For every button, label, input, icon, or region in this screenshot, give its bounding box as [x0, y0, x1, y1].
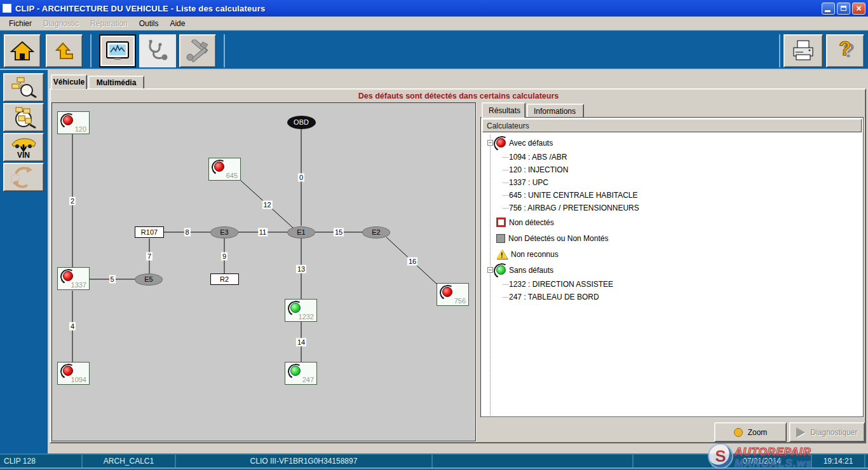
- vin-car-icon: [10, 137, 37, 152]
- status-bar: CLIP 128ARCH_CALC1CLIO III-VF1BR1G0H3415…: [0, 453, 868, 469]
- tree-item-1232[interactable]: 1232 : DIRECTION ASSISTEE: [484, 278, 858, 291]
- up-level-button[interactable]: [46, 34, 83, 67]
- toolbar: ? ?: [0, 31, 868, 70]
- tab-vehicule[interactable]: Véhicule: [51, 74, 87, 89]
- tools-icon: [185, 39, 210, 62]
- edge-label-15: 15: [334, 228, 344, 237]
- app-icon: [3, 4, 11, 13]
- tree-group-sans-defauts[interactable]: −Sans défauts: [484, 262, 858, 278]
- tree-item-label: 756 : AIRBAG / PRETENSIONNEURS: [509, 204, 639, 212]
- tree-group-avec-defauts[interactable]: −Avec défauts: [484, 135, 858, 151]
- diagnostic-probe-button[interactable]: [139, 34, 176, 67]
- square-gray-icon: [496, 234, 505, 243]
- tree-item-1337[interactable]: 1337 : UPC: [484, 176, 858, 189]
- edge-label-8: 8: [184, 228, 190, 237]
- edge-label-5: 5: [109, 275, 115, 284]
- node-120[interactable]: 120: [57, 111, 90, 134]
- node-1232[interactable]: 1232: [285, 299, 317, 322]
- tab-resultats[interactable]: Résultats: [482, 102, 526, 118]
- close-button[interactable]: ×: [852, 3, 865, 15]
- title-bar: CLIP - ARCHITECTURE DU VEHICULE - Liste …: [0, 0, 868, 17]
- architecture-zoom-button[interactable]: [3, 103, 44, 132]
- tree-group-non-reconnus[interactable]: Non reconnus: [484, 246, 858, 262]
- diagnostiquer-button[interactable]: Diagnostiquer: [789, 422, 865, 442]
- tab-informations[interactable]: Informations: [527, 104, 584, 118]
- calculators-tree: −Avec défauts1094 : ABS /ABR120 : INJECT…: [484, 135, 858, 415]
- svg-text:?: ?: [839, 38, 851, 60]
- stethoscope-icon: [145, 39, 170, 63]
- tab-multimedia[interactable]: Multimédia: [88, 76, 144, 89]
- zoom-dot-icon: [734, 428, 743, 437]
- expander-icon[interactable]: −: [487, 267, 493, 273]
- minimize-icon: [825, 10, 831, 12]
- square-red-outline-icon: [496, 218, 506, 227]
- tree-item-120[interactable]: 120 : INJECTION: [484, 163, 858, 176]
- tree-group-non-detectes-ou-non-montes[interactable]: Non Détectés ou Non Montés: [484, 230, 858, 246]
- menu-diagnostic: Diagnostic: [38, 18, 84, 29]
- edge-label-13: 13: [296, 265, 306, 273]
- menu-aide[interactable]: Aide: [165, 18, 190, 29]
- status-arch-calc1: ARCH_CALC1: [83, 455, 176, 467]
- vehicle-architecture-diagram[interactable]: 2457891112013141516120645133710941232247…: [51, 102, 476, 441]
- home-icon: [10, 40, 34, 62]
- window-title: CLIP - ARCHITECTURE DU VEHICULE - Liste …: [15, 4, 265, 13]
- menu-fichier[interactable]: Fichier: [4, 18, 37, 29]
- expander-icon[interactable]: −: [487, 140, 493, 146]
- ecu-label: 247: [302, 376, 314, 384]
- close-icon: ×: [853, 3, 865, 14]
- tree-group-label: Non reconnus: [511, 250, 559, 259]
- restore-icon: [841, 6, 846, 11]
- node-1094[interactable]: 1094: [57, 362, 90, 385]
- status-empty-cell: [433, 455, 634, 467]
- help-icon: ? ?: [832, 38, 858, 64]
- node-r2[interactable]: R2: [210, 273, 239, 285]
- zoom-button[interactable]: Zoom: [714, 422, 787, 442]
- tree-item-1094[interactable]: 1094 : ABS /ABR: [484, 151, 858, 163]
- led-red-icon: [63, 115, 73, 125]
- play-icon: [796, 427, 805, 438]
- minimize-button[interactable]: [822, 3, 835, 15]
- node-1337[interactable]: 1337: [57, 267, 90, 290]
- toolbar-separator: [90, 34, 92, 67]
- ecu-label: 120: [75, 125, 86, 133]
- status-07-01-2014: 07/01/2014: [713, 455, 812, 467]
- help-button[interactable]: ? ?: [826, 34, 864, 67]
- tree-item-247[interactable]: 247 : TABLEAU DE BORD: [484, 291, 858, 303]
- calculators-header: Calculateurs: [482, 119, 862, 132]
- tree-item-756[interactable]: 756 : AIRBAG / PRETENSIONNEURS: [484, 202, 858, 214]
- node-e5[interactable]: E5: [135, 273, 163, 286]
- node-obd[interactable]: OBD: [287, 116, 316, 129]
- led-green-icon: [290, 303, 301, 313]
- diagram-edges: [52, 103, 476, 441]
- node-e3[interactable]: E3: [210, 226, 238, 238]
- diagnostiquer-button-label: Diagnostiquer: [810, 428, 857, 437]
- vehicle-test-button[interactable]: [99, 34, 136, 67]
- up-level-icon: [53, 40, 76, 62]
- ecu-label: 1337: [71, 281, 86, 289]
- tools-button[interactable]: [179, 34, 216, 67]
- node-247[interactable]: 247: [285, 362, 317, 385]
- node-r107[interactable]: R107: [135, 226, 164, 238]
- home-button[interactable]: [4, 34, 41, 67]
- restore-button[interactable]: [837, 3, 850, 15]
- tree-group-non-detectes[interactable]: Non détectés: [484, 214, 858, 230]
- edge-label-9: 9: [221, 252, 227, 260]
- tree-item-label: 645 : UNITE CENTRALE HABITACLE: [509, 191, 638, 200]
- architecture-zoom-icon: [10, 106, 37, 129]
- tree-item-label: 1337 : UPC: [509, 178, 548, 187]
- led-red-icon: [63, 366, 73, 376]
- menu-reparation: Réparation: [85, 18, 133, 29]
- architecture-search-button[interactable]: [3, 73, 44, 102]
- refresh-cycle-button[interactable]: [3, 163, 44, 191]
- menu-outils[interactable]: Outils: [134, 18, 164, 29]
- tree-item-645[interactable]: 645 : UNITE CENTRALE HABITACLE: [484, 189, 858, 202]
- vin-button[interactable]: VIN: [3, 133, 44, 162]
- node-756[interactable]: 756: [437, 283, 469, 306]
- node-e2[interactable]: E2: [362, 226, 390, 238]
- tree-item-label: 1232 : DIRECTION ASSISTEE: [509, 280, 613, 289]
- led-green-icon: [496, 265, 506, 275]
- node-645[interactable]: 645: [208, 158, 241, 181]
- warning-bar: Des défauts sont détectés dans certains …: [51, 90, 865, 102]
- print-button[interactable]: [783, 34, 823, 67]
- node-e1[interactable]: E1: [287, 226, 315, 238]
